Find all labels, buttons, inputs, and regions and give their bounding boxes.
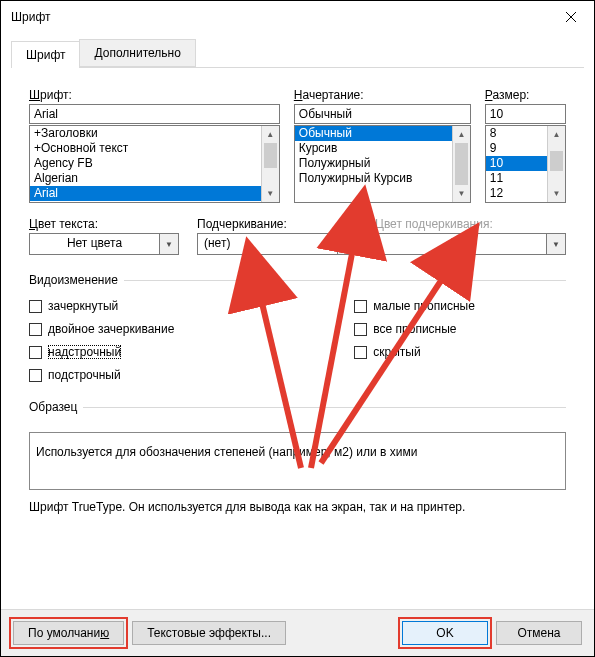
check-allcaps[interactable]: все прописные xyxy=(354,322,475,336)
text-effects-button[interactable]: Текстовые эффекты... xyxy=(132,621,286,645)
list-item[interactable]: 12 xyxy=(486,186,548,201)
check-hidden[interactable]: скрытый xyxy=(354,345,475,359)
size-listbox[interactable]: 8 9 10 11 12 ▲ ▼ xyxy=(485,125,566,203)
list-item[interactable]: +Основной текст xyxy=(30,141,262,156)
tab-font[interactable]: Шрифт xyxy=(11,41,80,68)
list-item[interactable]: +Заголовки xyxy=(30,126,262,141)
check-subscript[interactable]: подстрочный xyxy=(29,368,174,382)
style-input[interactable] xyxy=(294,104,471,124)
font-dialog: Шрифт Шрифт Дополнительно Шрифт: +Заголо… xyxy=(0,0,595,657)
font-color-label: Цвет текста: xyxy=(29,217,179,231)
tab-advanced[interactable]: Дополнительно xyxy=(79,39,195,67)
underline-color-combo: Авто ▼ xyxy=(375,233,566,255)
check-strike[interactable]: зачеркнутый xyxy=(29,299,174,313)
list-item[interactable]: Курсив xyxy=(295,141,453,156)
effects-group: Видоизменение зачеркнутый двойное зачерк… xyxy=(29,273,566,382)
scroll-up-icon[interactable]: ▲ xyxy=(262,126,279,143)
sample-preview: Используется для обозначения степеней (н… xyxy=(29,432,566,490)
scroll-down-icon[interactable]: ▼ xyxy=(262,185,279,202)
dialog-footer: По умолчанию Текстовые эффекты... OK Отм… xyxy=(1,609,594,656)
check-double-strike[interactable]: двойное зачеркивание xyxy=(29,322,174,336)
check-superscript[interactable]: надстрочный xyxy=(29,345,174,359)
list-item[interactable]: Обычный xyxy=(295,126,453,141)
scroll-down-icon[interactable]: ▼ xyxy=(453,185,470,202)
ok-button[interactable]: OK xyxy=(402,621,488,645)
underline-combo[interactable]: (нет) ▼ xyxy=(197,233,357,255)
scroll-up-icon[interactable]: ▲ xyxy=(453,126,470,143)
chevron-down-icon: ▼ xyxy=(159,233,179,255)
underline-color-label: Цвет подчеркивания: xyxy=(375,217,566,231)
titlebar: Шрифт xyxy=(1,1,594,33)
list-item[interactable]: Agency FB xyxy=(30,156,262,171)
effects-legend: Видоизменение xyxy=(29,273,124,287)
size-input[interactable] xyxy=(485,104,566,124)
font-input[interactable] xyxy=(29,104,280,124)
list-item[interactable]: 11 xyxy=(486,171,548,186)
scroll-down-icon[interactable]: ▼ xyxy=(548,185,565,202)
font-color-combo[interactable]: Нет цвета ▼ xyxy=(29,233,179,255)
close-icon xyxy=(566,12,576,22)
cancel-button[interactable]: Отмена xyxy=(496,621,582,645)
chevron-down-icon: ▼ xyxy=(546,233,566,255)
list-item[interactable]: 8 xyxy=(486,126,548,141)
font-listbox[interactable]: +Заголовки +Основной текст Agency FB Alg… xyxy=(29,125,280,203)
style-listbox[interactable]: Обычный Курсив Полужирный Полужирный Кур… xyxy=(294,125,471,203)
font-label: Шрифт: xyxy=(29,88,280,102)
scrollbar[interactable]: ▲ ▼ xyxy=(547,126,565,202)
list-item[interactable]: 9 xyxy=(486,141,548,156)
check-smallcaps[interactable]: малые прописные xyxy=(354,299,475,313)
list-item[interactable]: Arial xyxy=(30,186,262,201)
sample-group: Образец Используется для обозначения сте… xyxy=(29,400,566,490)
tab-strip: Шрифт Дополнительно xyxy=(11,39,584,68)
style-label: Начертание: xyxy=(294,88,471,102)
list-item[interactable]: Полужирный xyxy=(295,156,453,171)
scroll-up-icon[interactable]: ▲ xyxy=(548,126,565,143)
hint-text: Шрифт TrueType. Он используется для выво… xyxy=(29,500,566,514)
set-default-button[interactable]: По умолчанию xyxy=(13,621,124,645)
size-label: Размер: xyxy=(485,88,566,102)
close-button[interactable] xyxy=(548,1,594,33)
list-item[interactable]: 10 xyxy=(486,156,548,171)
scrollbar[interactable]: ▲ ▼ xyxy=(261,126,279,202)
chevron-down-icon: ▼ xyxy=(337,233,357,255)
list-item[interactable]: Полужирный Курсив xyxy=(295,171,453,186)
content-area: Шрифт: +Заголовки +Основной текст Agency… xyxy=(1,68,594,609)
scrollbar[interactable]: ▲ ▼ xyxy=(452,126,470,202)
underline-label: Подчеркивание: xyxy=(197,217,357,231)
list-item[interactable]: Algerian xyxy=(30,171,262,186)
window-title: Шрифт xyxy=(11,10,548,24)
sample-legend: Образец xyxy=(29,400,83,414)
